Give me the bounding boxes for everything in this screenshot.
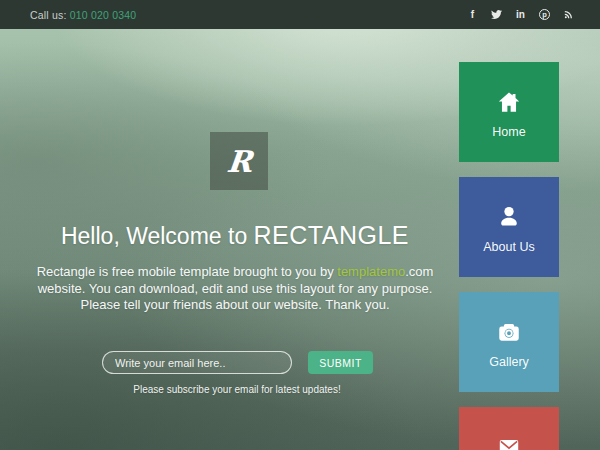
sidebar-item-contact[interactable] bbox=[459, 407, 559, 450]
twitter-icon[interactable] bbox=[489, 7, 504, 22]
social-icons: f in p bbox=[465, 0, 576, 29]
subscribe-note: Please subscribe your email for latest u… bbox=[0, 384, 474, 395]
linkedin-icon[interactable]: in bbox=[513, 7, 528, 22]
sidebar-item-home[interactable]: Home bbox=[459, 62, 559, 162]
rss-icon[interactable] bbox=[561, 7, 576, 22]
pinterest-icon[interactable]: p bbox=[537, 7, 552, 22]
call-us-label: Call us: 010 020 0340 bbox=[30, 9, 136, 21]
user-icon bbox=[496, 203, 522, 231]
home-icon bbox=[496, 88, 522, 116]
hero-logo: R bbox=[210, 132, 268, 190]
hero-description: Rectangle is free mobile template brough… bbox=[25, 264, 445, 314]
phone-number: 010 020 0340 bbox=[70, 9, 137, 21]
title-brand: RECTANGLE bbox=[254, 221, 409, 249]
email-input[interactable] bbox=[102, 351, 292, 374]
envelope-icon bbox=[496, 433, 522, 450]
sidebar-item-label: Home bbox=[492, 125, 525, 140]
page-title: Hello, Welcome to RECTANGLE bbox=[0, 221, 470, 250]
sidebar-item-label: Gallery bbox=[489, 355, 529, 370]
topbar: Call us: 010 020 0340 f in p bbox=[0, 0, 600, 29]
sidebar-item-about[interactable]: About Us bbox=[459, 177, 559, 277]
logo-letter: R bbox=[225, 144, 254, 179]
camera-icon bbox=[496, 318, 522, 346]
submit-button[interactable]: SUBMIT bbox=[308, 351, 373, 374]
facebook-icon[interactable]: f bbox=[465, 7, 480, 22]
sidebar-item-label: About Us bbox=[483, 240, 534, 255]
templatemo-link[interactable]: templatemo bbox=[337, 264, 405, 279]
sidebar-item-gallery[interactable]: Gallery bbox=[459, 292, 559, 392]
